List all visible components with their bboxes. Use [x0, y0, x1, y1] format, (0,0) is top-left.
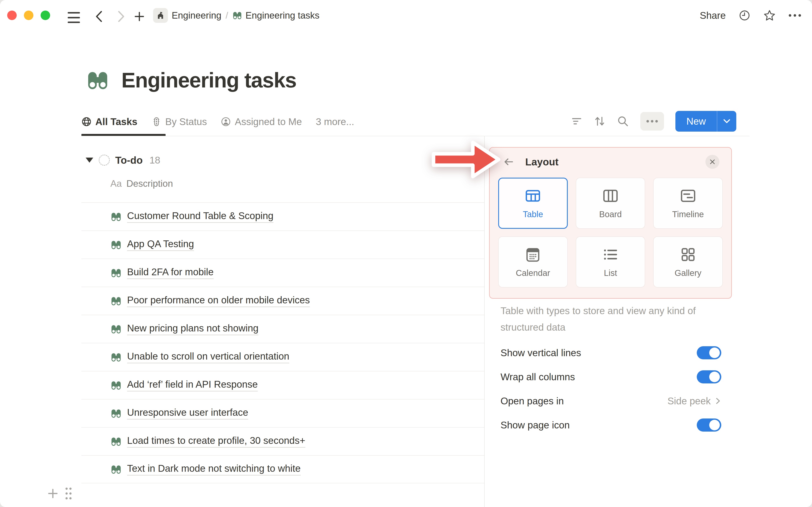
new-tab-plus-icon[interactable]: [134, 10, 145, 23]
list-icon: [602, 246, 619, 263]
table-row[interactable]: Load times to create profile, 30 seconds…: [82, 427, 485, 455]
row-binoculars-icon: [111, 239, 121, 250]
setting-open-pages-in: Open pages in Side peek: [501, 394, 721, 408]
row-binoculars-icon: [111, 268, 121, 278]
page-binoculars-icon[interactable]: [86, 69, 109, 92]
search-icon[interactable]: [617, 115, 629, 127]
block-handles: [47, 487, 73, 500]
table-row[interactable]: App QA Testing: [82, 230, 485, 259]
row-binoculars-icon: [111, 380, 121, 391]
group-name[interactable]: To-do: [115, 155, 143, 166]
setting-show-page-icon: Show page icon: [501, 418, 721, 432]
person-circle-icon: [221, 117, 231, 127]
page-link[interactable]: App QA Testing: [127, 238, 194, 251]
page-link[interactable]: Text in Dark mode not switching to white: [127, 463, 301, 476]
minimize-window-button[interactable]: [24, 11, 34, 20]
sidebar-menu-icon[interactable]: [68, 12, 80, 23]
globe-icon: [82, 117, 92, 127]
view-toolbar: New: [571, 110, 736, 132]
table-row[interactable]: Poor performance on older mobile devices: [82, 287, 485, 315]
row-binoculars-icon: [111, 295, 121, 306]
row-binoculars-icon: [111, 352, 121, 363]
table-row[interactable]: Unable to scroll on vertical orientation: [82, 343, 485, 371]
page-link[interactable]: Unresponsive user interface: [127, 407, 248, 420]
layout-settings: Show vertical lines Wrap all columns Ope…: [501, 346, 721, 432]
page-link[interactable]: Poor performance on older mobile devices: [127, 295, 310, 307]
breadcrumb-teamspace[interactable]: Engineering: [172, 10, 221, 21]
view-more-options-button[interactable]: [640, 112, 664, 130]
board-icon: [602, 187, 619, 204]
tabs-divider: [82, 136, 750, 136]
chevron-down-icon[interactable]: [717, 111, 736, 131]
tab-assigned-to-me[interactable]: Assigned to Me: [221, 116, 302, 127]
setting-wrap-all-columns: Wrap all columns: [501, 370, 721, 384]
layout-option-calendar[interactable]: Calendar: [498, 236, 568, 287]
breadcrumb: Engineering / Engineering tasks: [172, 8, 319, 23]
page-link[interactable]: Unable to scroll on vertical orientation: [127, 351, 289, 363]
filter-icon[interactable]: [571, 116, 582, 127]
layout-option-gallery[interactable]: Gallery: [653, 236, 723, 287]
open-pages-in-value[interactable]: Side peek: [667, 395, 721, 407]
layout-option-timeline[interactable]: Timeline: [653, 178, 723, 229]
back-arrow-icon[interactable]: [503, 156, 514, 168]
column-name: Description: [126, 178, 173, 189]
teamspace-building-icon[interactable]: [153, 8, 168, 23]
collapse-triangle-icon[interactable]: [86, 158, 93, 163]
table-row[interactable]: Unresponsive user interface: [82, 399, 485, 427]
view-tabs: All Tasks By Status Assigned to Me 3 mor…: [82, 111, 354, 133]
page-link[interactable]: Load times to create profile, 30 seconds…: [127, 435, 305, 448]
toggle-wrap-all-columns[interactable]: [697, 370, 721, 383]
text-type-icon: Aa: [110, 178, 122, 189]
row-binoculars-icon: [111, 464, 121, 475]
tab-by-status[interactable]: By Status: [151, 116, 207, 127]
breadcrumb-separator: /: [225, 10, 229, 21]
table-row[interactable]: Add ‘ref’ field in API Response: [82, 371, 485, 399]
history-clock-icon[interactable]: [739, 10, 750, 21]
group-header-todo: To-do 18: [86, 152, 160, 169]
topbar-actions: Share: [700, 8, 801, 23]
layout-option-board[interactable]: Board: [576, 178, 645, 229]
sort-icon[interactable]: [594, 115, 606, 127]
page-link[interactable]: New pricing plans not showing: [127, 323, 258, 335]
page-link[interactable]: Customer Round Table & Scoping: [127, 210, 273, 223]
favorite-star-icon[interactable]: [763, 9, 776, 21]
timeline-icon: [680, 187, 696, 204]
tab-more-views[interactable]: 3 more...: [316, 116, 354, 127]
table-row[interactable]: Text in Dark mode not switching to white: [82, 455, 485, 483]
more-options-icon[interactable]: [789, 14, 801, 17]
add-block-plus-icon[interactable]: [47, 488, 59, 499]
row-binoculars-icon: [111, 436, 121, 447]
nav-back-icon[interactable]: [94, 10, 104, 23]
zoom-window-button[interactable]: [41, 11, 50, 20]
layout-option-table[interactable]: Table: [498, 178, 568, 229]
table-column-header[interactable]: Aa Description: [110, 178, 173, 189]
new-button[interactable]: New: [675, 111, 736, 131]
nav-forward-icon[interactable]: [116, 10, 126, 23]
page-link[interactable]: Build 2FA for mobile: [127, 267, 214, 279]
row-binoculars-icon: [111, 324, 121, 335]
layout-panel: Layout Table Board Ti: [489, 147, 732, 299]
window-controls: [7, 11, 50, 20]
layout-option-list[interactable]: List: [576, 236, 645, 287]
side-panel-divider: [484, 136, 485, 507]
layout-panel-header: Layout: [490, 148, 731, 169]
page-title: Engineering tasks: [121, 68, 296, 92]
todo-status-icon: [99, 155, 110, 166]
annotation-arrow-icon: [429, 135, 501, 184]
close-window-button[interactable]: [7, 11, 17, 20]
setting-show-vertical-lines: Show vertical lines: [501, 346, 721, 359]
close-icon[interactable]: [705, 155, 719, 169]
table-row[interactable]: New pricing plans not showing: [82, 315, 485, 343]
table-row[interactable]: Build 2FA for mobile: [82, 259, 485, 287]
toggle-show-page-icon[interactable]: [697, 418, 721, 432]
table-row[interactable]: Customer Round Table & Scoping: [82, 203, 485, 230]
gallery-icon: [680, 246, 696, 263]
breadcrumb-page[interactable]: Engineering tasks: [246, 10, 319, 21]
page-link[interactable]: Add ‘ref’ field in API Response: [127, 379, 258, 392]
drag-handle-icon[interactable]: [64, 487, 73, 500]
layout-options-grid: Table Board Timeline Calendar: [498, 178, 723, 287]
toggle-show-vertical-lines[interactable]: [697, 346, 721, 359]
tab-all-tasks[interactable]: All Tasks: [82, 116, 138, 127]
share-button[interactable]: Share: [700, 10, 726, 21]
status-light-icon: [151, 117, 161, 127]
